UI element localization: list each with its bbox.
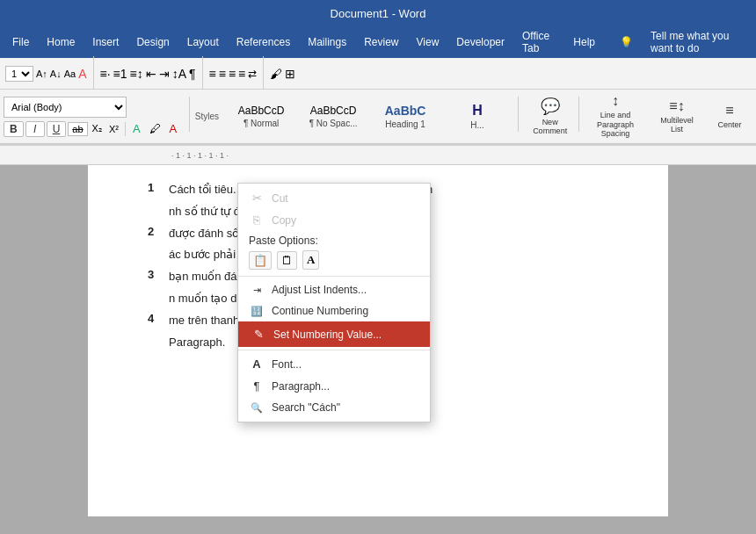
- ruler: · 1 · 1 · 1 · 1 · 1 ·: [0, 146, 756, 165]
- ctx-continue-label: Continue Numbering: [272, 305, 368, 317]
- ctx-search[interactable]: 🔍 Search "Cách": [238, 397, 430, 418]
- decrease-indent-btn[interactable]: ⇤: [146, 67, 156, 81]
- new-comment-icon: 💬: [541, 97, 560, 116]
- ctx-font[interactable]: A Font...: [238, 353, 430, 375]
- title-bar: Document1 - Word: [0, 0, 756, 26]
- strikethrough-btn[interactable]: ab: [68, 122, 87, 136]
- paste-btn-keep-src[interactable]: 📋: [249, 251, 272, 270]
- document-area: · 1 · 1 · 1 · 1 · 1 · 1 Cách tổi tiêu...…: [0, 146, 756, 534]
- menu-search-text[interactable]: Tell me what you want to do: [642, 26, 752, 58]
- menu-view[interactable]: View: [408, 32, 448, 52]
- align-right-btn[interactable]: ≡: [229, 67, 236, 81]
- sort-btn[interactable]: ↕A: [172, 67, 186, 81]
- change-case-btn[interactable]: Aa: [64, 69, 76, 79]
- text-effect-btn[interactable]: A: [129, 121, 144, 136]
- bold-btn[interactable]: B: [4, 121, 24, 137]
- menu-search-icon: 💡: [611, 32, 642, 52]
- multilevel-btn[interactable]: ≡↕: [130, 67, 143, 81]
- document-page[interactable]: 1 Cách tổi tiêu... cũng là cách được sử …: [88, 165, 668, 516]
- font-size-input[interactable]: 11: [5, 66, 33, 82]
- set-num-icon: ✎: [251, 328, 266, 341]
- paragraph-mark-btn[interactable]: ¶: [189, 67, 196, 81]
- style-heading1[interactable]: AaBbC Heading 1: [370, 94, 440, 140]
- ctx-cut-label: Cut: [272, 192, 288, 205]
- menu-insert[interactable]: Insert: [84, 32, 127, 52]
- multilevel-list-label: Multilevel List: [658, 116, 696, 134]
- paste-keep-icon: 📋: [253, 254, 267, 267]
- menu-references[interactable]: References: [228, 32, 299, 52]
- multilevel-list-btn[interactable]: ≡↕ Multilevel List: [651, 93, 703, 139]
- ltr-rtl-btn[interactable]: ⇄: [248, 68, 257, 80]
- increase-indent-btn[interactable]: ⇥: [159, 67, 170, 81]
- menu-file[interactable]: File: [4, 32, 38, 52]
- style-heading1-label: Heading 1: [385, 119, 425, 129]
- superscript-btn[interactable]: X²: [106, 123, 121, 135]
- menu-developer[interactable]: Developer: [447, 32, 513, 52]
- ctx-paragraph[interactable]: ¶ Paragraph...: [238, 375, 430, 397]
- align-left-btn[interactable]: ≡: [209, 67, 216, 81]
- ctx-paste-label: Paste Options:: [249, 235, 318, 247]
- separator-1: [238, 276, 430, 277]
- underline-btn[interactable]: U: [47, 121, 67, 137]
- italic-btn[interactable]: I: [25, 121, 45, 137]
- align-center-btn[interactable]: ≡: [219, 67, 226, 81]
- menu-layout[interactable]: Layout: [178, 32, 228, 52]
- style-heading2[interactable]: H H...: [442, 94, 512, 140]
- title-text: Document1 - Word: [331, 7, 426, 20]
- font-para-divider: [189, 97, 190, 132]
- font-name-input[interactable]: Arial (Body): [4, 97, 127, 118]
- clear-format-btn[interactable]: A: [78, 67, 86, 81]
- ctx-set-numbering-value[interactable]: ✎ Set Numbering Value...: [238, 321, 430, 347]
- menu-help[interactable]: Help: [564, 32, 604, 52]
- numbering-btn[interactable]: ≡1: [113, 67, 127, 81]
- new-comment-btn[interactable]: 💬 New Comment: [524, 93, 577, 139]
- ctx-set-num-label: Set Numbering Value...: [273, 328, 382, 341]
- center-label: Center: [718, 120, 742, 129]
- style-normal-label: ¶ Normal: [244, 119, 279, 128]
- separator-2: [238, 350, 430, 350]
- menu-officetab[interactable]: Office Tab: [513, 26, 564, 58]
- paste-btn-text-only[interactable]: A: [302, 250, 319, 270]
- ctx-paragraph-label: Paragraph...: [272, 380, 330, 393]
- shrink-font-btn[interactable]: A↓: [50, 69, 62, 79]
- ctx-cut[interactable]: ✂ Cut: [238, 187, 430, 209]
- menu-home[interactable]: Home: [38, 32, 84, 52]
- new-comment-label: New Comment: [531, 118, 570, 135]
- paste-btn-merge[interactable]: 🗒: [277, 251, 297, 270]
- grow-font-btn[interactable]: A↑: [36, 69, 47, 79]
- styles-actions-divider: [518, 97, 519, 132]
- divider2: [202, 56, 203, 91]
- ctx-copy[interactable]: ⎘ Copy: [238, 209, 430, 231]
- bullets-btn[interactable]: ≡·: [100, 67, 111, 81]
- menu-mailings[interactable]: Mailings: [299, 32, 355, 52]
- menu-review[interactable]: Review: [355, 32, 407, 52]
- adjust-indents-icon: ⇥: [249, 285, 265, 296]
- line-spacing-icon: ↕: [612, 93, 619, 109]
- cut-icon: ✂: [249, 191, 265, 205]
- ribbon-row1: 11 A↑ A↓ Aa A ≡· ≡1 ≡↕ ⇤ ⇥ ↕A ¶ ≡ ≡ ≡ ≡ …: [0, 58, 756, 90]
- paste-merge-icon: 🗒: [281, 254, 293, 267]
- style-no-spacing[interactable]: AaBbCcD ¶ No Spac...: [298, 94, 368, 140]
- ctx-continue-numbering[interactable]: 🔢 Continue Numbering: [238, 300, 430, 321]
- multilevel-list-icon: ≡↕: [669, 98, 684, 114]
- sep1: [125, 122, 126, 136]
- font-icon: A: [249, 357, 265, 371]
- context-menu: ✂ Cut ⎘ Copy Paste Options: 📋: [237, 183, 431, 422]
- continue-num-icon: 🔢: [249, 306, 265, 317]
- shading-btn[interactable]: 🖌: [270, 67, 282, 81]
- ctx-adjust-list-indents[interactable]: ⇥ Adjust List Indents...: [238, 279, 430, 300]
- menu-design[interactable]: Design: [127, 32, 178, 52]
- divider3: [263, 56, 264, 91]
- borders-btn[interactable]: ⊞: [285, 67, 295, 81]
- center-btn[interactable]: ≡ Center: [703, 93, 756, 139]
- menu-bar: File Home Insert Design Layout Reference…: [0, 26, 756, 58]
- paste-text-icon: A: [307, 253, 315, 266]
- justify-btn[interactable]: ≡: [238, 67, 245, 81]
- comment-spacing-divider: [578, 97, 579, 132]
- highlight-btn[interactable]: 🖊: [146, 121, 164, 136]
- center-icon: ≡: [725, 103, 733, 119]
- style-normal[interactable]: AaBbCcD ¶ Normal: [226, 94, 296, 140]
- line-spacing-btn[interactable]: ↕ Line and Paragraph Spacing: [580, 93, 651, 139]
- font-color-btn[interactable]: A: [166, 121, 181, 136]
- subscript-btn[interactable]: X₂: [90, 122, 105, 135]
